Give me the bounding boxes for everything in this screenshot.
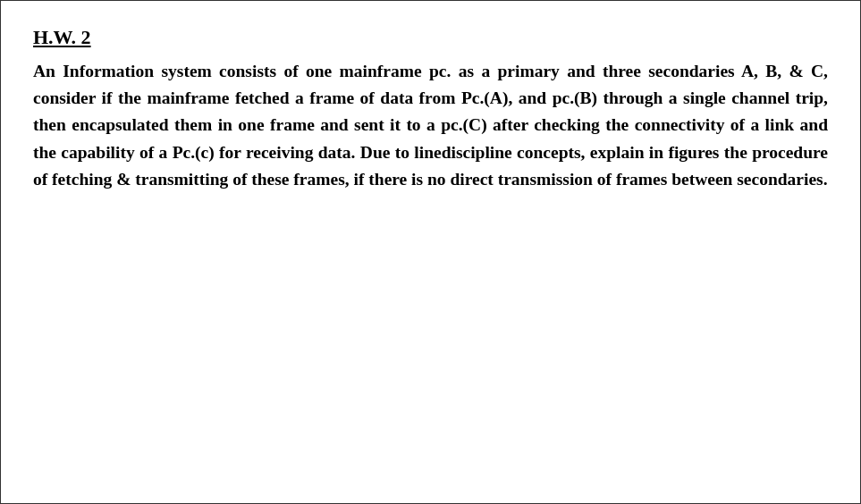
page-container: H.W. 2 An Information system consists of…: [0, 0, 861, 504]
hw-title: H.W. 2: [33, 26, 91, 49]
hw-body: An Information system consists of one ma…: [33, 58, 828, 193]
